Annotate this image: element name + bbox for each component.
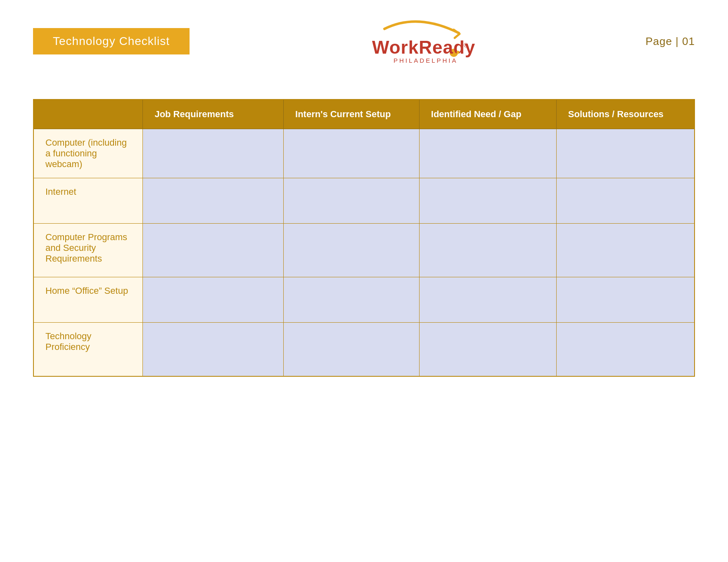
- cell-computer-need[interactable]: [419, 129, 556, 178]
- svg-text:.: .: [455, 37, 460, 57]
- col-header-intern: Intern's Current Setup: [284, 99, 420, 129]
- row-label-computer: Computer (including a functioning webcam…: [33, 129, 143, 178]
- cell-tech-need[interactable]: [419, 323, 556, 376]
- cell-home-job[interactable]: [143, 277, 284, 323]
- cell-computer-solutions[interactable]: [556, 129, 695, 178]
- cell-internet-job[interactable]: [143, 178, 284, 224]
- cell-tech-intern[interactable]: [284, 323, 420, 376]
- page-number: Page | 01: [645, 35, 695, 48]
- page-title: Technology Checklist: [53, 35, 170, 47]
- cell-internet-solutions[interactable]: [556, 178, 695, 224]
- cell-programs-solutions[interactable]: [556, 224, 695, 277]
- row-label-tech-proficiency: Technology Proficiency: [33, 323, 143, 376]
- header: Technology Checklist WorkReady . ® PHILA…: [0, 0, 728, 74]
- logo-area: WorkReady . ® PHILADELPHIA: [360, 17, 475, 66]
- cell-programs-job[interactable]: [143, 224, 284, 277]
- col-header-solutions: Solutions / Resources: [556, 99, 695, 129]
- title-badge: Technology Checklist: [33, 28, 190, 54]
- cell-internet-intern[interactable]: [284, 178, 420, 224]
- cell-internet-need[interactable]: [419, 178, 556, 224]
- cell-home-solutions[interactable]: [556, 277, 695, 323]
- cell-home-need[interactable]: [419, 277, 556, 323]
- row-label-programs: Computer Programs and Security Requireme…: [33, 224, 143, 277]
- cell-home-intern[interactable]: [284, 277, 420, 323]
- workready-logo: WorkReady . ® PHILADELPHIA: [360, 17, 475, 66]
- table-row: Computer (including a functioning webcam…: [33, 129, 695, 178]
- checklist-table: Job Requirements Intern's Current Setup …: [33, 99, 695, 377]
- cell-tech-job[interactable]: [143, 323, 284, 376]
- row-label-internet: Internet: [33, 178, 143, 224]
- page: Technology Checklist WorkReady . ® PHILA…: [0, 0, 728, 562]
- cell-programs-intern[interactable]: [284, 224, 420, 277]
- cell-programs-need[interactable]: [419, 224, 556, 277]
- row-label-home-office: Home “Office” Setup: [33, 277, 143, 323]
- table-row: Computer Programs and Security Requireme…: [33, 224, 695, 277]
- svg-text:®: ®: [464, 42, 468, 49]
- table-container: Job Requirements Intern's Current Setup …: [33, 99, 695, 377]
- col-header-need: Identified Need / Gap: [419, 99, 556, 129]
- table-row: Technology Proficiency: [33, 323, 695, 376]
- svg-text:PHILADELPHIA: PHILADELPHIA: [394, 57, 458, 64]
- cell-computer-job[interactable]: [143, 129, 284, 178]
- col-header-job: Job Requirements: [143, 99, 284, 129]
- cell-tech-solutions[interactable]: [556, 323, 695, 376]
- table-header-row: Job Requirements Intern's Current Setup …: [33, 99, 695, 129]
- table-row: Home “Office” Setup: [33, 277, 695, 323]
- col-header-label: [33, 99, 143, 129]
- cell-computer-intern[interactable]: [284, 129, 420, 178]
- table-row: Internet: [33, 178, 695, 224]
